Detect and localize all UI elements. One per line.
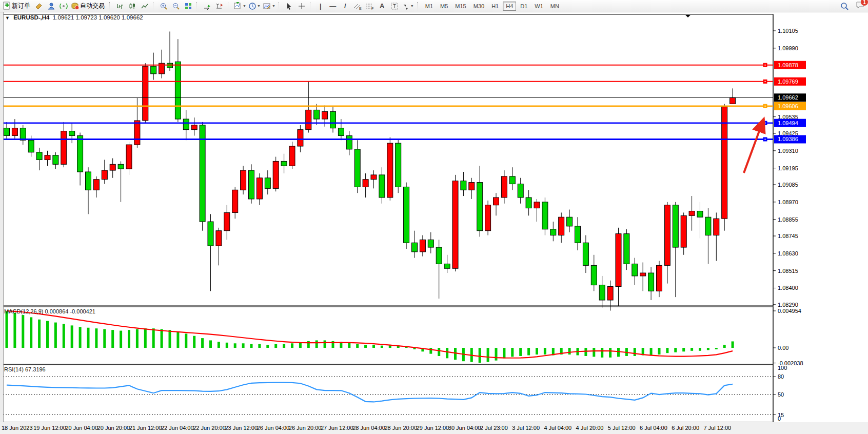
time-tick-label: 27 Jun 12:00 bbox=[321, 425, 353, 431]
signals-button[interactable] bbox=[57, 1, 70, 11]
price-tick-label: 1.08400 bbox=[778, 285, 798, 291]
trendline-tool-button[interactable]: / bbox=[339, 1, 351, 11]
hammer-icon bbox=[35, 2, 43, 10]
period-button[interactable]: ▼ bbox=[247, 1, 262, 11]
cursor-tool-button[interactable] bbox=[283, 1, 295, 11]
vertical-line-icon: | bbox=[320, 2, 322, 10]
arrows-tool-button[interactable]: ▼ bbox=[401, 1, 415, 11]
search-button[interactable] bbox=[838, 1, 851, 11]
line-chart-icon bbox=[141, 2, 149, 10]
svg-text:E: E bbox=[359, 7, 362, 10]
channel-tool-button[interactable]: E bbox=[351, 1, 364, 11]
search-icon bbox=[840, 2, 849, 11]
chart-area[interactable]: 1.101051.099901.095351.094251.093101.091… bbox=[0, 12, 868, 434]
text-tool-button[interactable]: A bbox=[376, 1, 388, 11]
timeframe-m1-button[interactable]: M1 bbox=[422, 2, 436, 11]
main-toolbar: 新订单 自动交易 bbox=[0, 0, 868, 12]
tile-windows-button[interactable] bbox=[182, 1, 194, 11]
time-tick-label: 28 Jun 04:00 bbox=[352, 425, 385, 431]
timeframe-h1-button[interactable]: H1 bbox=[488, 2, 502, 11]
timeframe-h4-button[interactable]: H4 bbox=[503, 2, 516, 11]
zoom-out-icon bbox=[172, 2, 180, 10]
timeframe-d1-button[interactable]: D1 bbox=[517, 2, 530, 11]
rsi-tick-label: 80 bbox=[778, 373, 784, 380]
notifications-button[interactable]: 1 bbox=[856, 1, 865, 11]
indicators-button[interactable]: ▼ bbox=[232, 1, 247, 11]
new-order-button[interactable]: 新订单 bbox=[2, 1, 33, 11]
price-tick-label: 1.08970 bbox=[778, 199, 798, 205]
trendline-icon: / bbox=[344, 2, 346, 10]
notification-badge: 1 bbox=[861, 0, 868, 6]
chevron-down-icon: ▼ bbox=[272, 4, 275, 8]
profile-button[interactable] bbox=[45, 1, 57, 11]
time-tick-label: 4 Jul 20:00 bbox=[576, 425, 604, 431]
arrows-icon bbox=[402, 2, 410, 10]
toolbar-separator bbox=[310, 2, 312, 10]
chart-shift-button[interactable] bbox=[213, 1, 226, 11]
horizontal-line-tool-button[interactable]: — bbox=[327, 1, 339, 11]
time-tick-label: 28 Jun 20:00 bbox=[384, 425, 417, 431]
auto-trading-button[interactable]: 自动交易 bbox=[70, 1, 107, 11]
timeframe-m5-button[interactable]: M5 bbox=[437, 2, 451, 11]
time-tick-label: 22 Jun 20:00 bbox=[193, 425, 226, 431]
signal-icon bbox=[60, 2, 68, 10]
price-axis[interactable]: 1.101051.099901.095351.094251.093101.091… bbox=[773, 28, 806, 422]
price-badge-label: 1.09878 bbox=[778, 62, 798, 68]
candlestick-chart-icon bbox=[128, 2, 136, 10]
timeframe-mn-button[interactable]: MN bbox=[547, 2, 562, 11]
price-tick-label: 1.10105 bbox=[778, 28, 798, 34]
history-button[interactable] bbox=[33, 1, 45, 11]
fibonacci-tool-button[interactable]: F bbox=[364, 1, 376, 11]
auto-scroll-button[interactable] bbox=[201, 1, 213, 11]
rsi-tick-label: 100 bbox=[778, 365, 787, 371]
time-tick-label: 21 Jun 12:00 bbox=[129, 425, 162, 431]
rsi-panel[interactable] bbox=[3, 365, 773, 422]
price-badge-label: 1.09606 bbox=[778, 103, 798, 109]
macd-tick-label: 0.00 bbox=[778, 345, 788, 351]
line-chart-button[interactable] bbox=[139, 1, 151, 11]
time-tick-label: 5 Jul 12:00 bbox=[608, 425, 636, 431]
template-icon bbox=[263, 2, 271, 10]
cursor-icon bbox=[285, 2, 293, 10]
time-tick-label: 2 Jul 23:00 bbox=[480, 425, 508, 431]
equidistant-channel-icon: E bbox=[353, 2, 362, 10]
vertical-line-tool-button[interactable]: | bbox=[314, 1, 327, 11]
time-tick-label: 6 Jul 04:00 bbox=[640, 425, 667, 431]
rsi-tick-label: 0 bbox=[778, 416, 781, 422]
tile-windows-icon bbox=[184, 2, 192, 10]
price-tick-label: 1.09195 bbox=[778, 165, 798, 171]
bar-chart-button[interactable] bbox=[114, 1, 126, 11]
chart-shift-icon bbox=[215, 2, 224, 10]
toolbar-separator bbox=[109, 2, 112, 10]
indicators-icon bbox=[233, 2, 242, 10]
price-tick-label: 1.08855 bbox=[778, 216, 798, 223]
price-badge-label: 1.09494 bbox=[778, 120, 798, 126]
time-tick-label: 29 Jun 12:00 bbox=[417, 425, 449, 431]
price-tick-label: 1.08290 bbox=[778, 302, 798, 308]
price-badge-label: 1.09662 bbox=[778, 94, 798, 101]
profile-icon bbox=[47, 2, 55, 10]
toolbar-separator bbox=[228, 2, 230, 10]
price-tick-label: 1.08630 bbox=[778, 250, 798, 257]
new-order-label: 新订单 bbox=[12, 2, 30, 10]
fibonacci-icon: F bbox=[365, 2, 374, 10]
auto-trading-icon bbox=[71, 2, 80, 10]
window-left-border bbox=[0, 12, 4, 422]
zoom-in-button[interactable] bbox=[157, 1, 170, 11]
time-tick-label: 3 Jul 12:00 bbox=[512, 425, 540, 431]
zoom-out-button[interactable] bbox=[170, 1, 182, 11]
timeframe-m15-button[interactable]: M15 bbox=[452, 2, 469, 11]
clock-icon bbox=[248, 2, 257, 10]
timeframe-w1-button[interactable]: W1 bbox=[531, 2, 546, 11]
macd-tick-label: 0.004954 bbox=[778, 308, 801, 314]
text-label-tool-button[interactable]: T bbox=[388, 1, 401, 11]
toolbar-separator bbox=[196, 2, 199, 10]
time-axis[interactable]: 18 Jun 202319 Jun 12:0020 Jun 04:0020 Ju… bbox=[2, 425, 731, 431]
zoom-in-icon bbox=[160, 2, 168, 10]
crosshair-tool-button[interactable] bbox=[295, 1, 308, 11]
timeframe-m30-button[interactable]: M30 bbox=[470, 2, 487, 11]
candlestick-chart-button[interactable] bbox=[126, 1, 139, 11]
time-tick-label: 6 Jul 20:00 bbox=[672, 425, 699, 431]
time-tick-label: 4 Jul 04:00 bbox=[544, 425, 571, 431]
templates-button[interactable]: ▼ bbox=[262, 1, 277, 11]
